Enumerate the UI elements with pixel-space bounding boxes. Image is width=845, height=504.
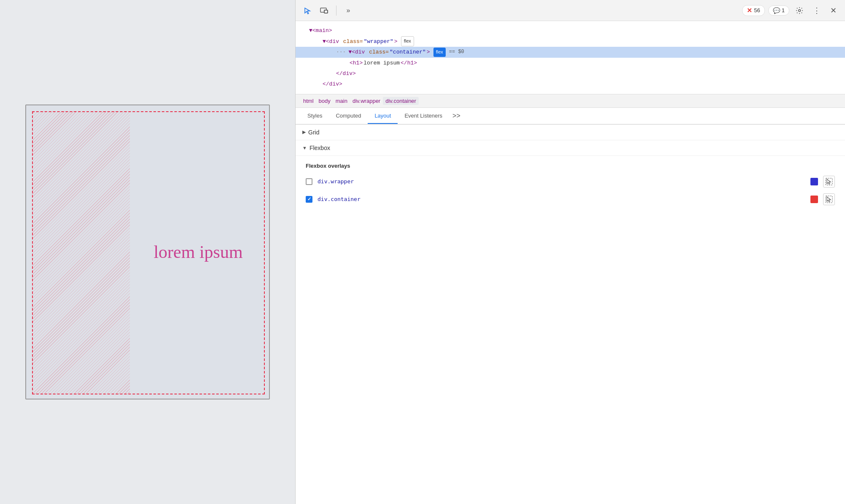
breadcrumb-html[interactable]: html xyxy=(301,97,316,105)
flexbox-section-header[interactable]: ▼ Flexbox xyxy=(296,140,845,156)
dom-tree: ▼<main> ▼<div class= "wrapper" > flex ··… xyxy=(296,21,845,94)
container-cursor-icon xyxy=(825,196,833,203)
tab-event-listeners[interactable]: Event Listeners xyxy=(398,108,449,124)
devtools-panel: » ✕ 56 💬 1 ⋮ ✕ ▼<main> xyxy=(295,0,845,504)
dom-line-h1[interactable]: <h1> lorem ipsum </h1> xyxy=(296,58,845,68)
dom-tag-wrapper-open: ▼<div xyxy=(323,37,339,46)
tabs-more-button[interactable]: >> xyxy=(449,108,464,124)
breadcrumb-divcontainer[interactable]: div.container xyxy=(383,97,419,105)
tabs-bar: Styles Computed Layout Event Listeners >… xyxy=(296,108,845,125)
dom-attr-container-class: class= xyxy=(366,47,389,57)
dom-close-div1: </div> xyxy=(336,69,356,78)
devtools-toolbar: » ✕ 56 💬 1 ⋮ ✕ xyxy=(296,0,845,21)
svg-rect-1 xyxy=(324,10,328,13)
responsive-icon xyxy=(320,6,328,15)
devtools-content: ▶ Grid ▼ Flexbox Flexbox overlays div.wr… xyxy=(296,125,845,504)
breadcrumb-body[interactable]: body xyxy=(316,97,333,105)
error-icon: ✕ xyxy=(747,7,752,14)
dom-tag-main: ▼<main> xyxy=(309,26,332,35)
settings-button[interactable] xyxy=(793,4,806,17)
grid-section-title: Grid xyxy=(308,129,319,136)
overlay-row-wrapper: div.wrapper xyxy=(306,176,835,188)
breadcrumb-divwrapper[interactable]: div.wrapper xyxy=(350,97,383,105)
container-checkbox[interactable] xyxy=(306,196,312,203)
overlay-row-container: div.container xyxy=(306,193,835,205)
dollar-zero-label: == $0 xyxy=(449,48,464,57)
flexbox-arrow-icon: ▼ xyxy=(302,145,307,150)
grid-arrow-icon: ▶ xyxy=(302,129,306,135)
dom-line-div-close1[interactable]: </div> xyxy=(296,68,845,79)
grid-section-header[interactable]: ▶ Grid xyxy=(296,125,845,140)
close-button[interactable]: ✕ xyxy=(826,4,840,17)
dom-attr-container-value: "container" xyxy=(390,47,426,57)
breadcrumb-main[interactable]: main xyxy=(333,97,350,105)
dom-close-div2: </div> xyxy=(323,79,342,89)
error-badge[interactable]: ✕ 56 xyxy=(742,5,764,16)
dom-line-main[interactable]: ▼<main> xyxy=(296,25,845,36)
container-highlight-btn[interactable] xyxy=(823,193,835,205)
flexbox-section-title: Flexbox xyxy=(309,145,330,151)
toolbar-separator-1 xyxy=(336,5,336,16)
container-label: div.container xyxy=(318,196,805,202)
chevron-right-icon: » xyxy=(347,7,350,14)
browser-viewport: lorem ipsum xyxy=(25,105,270,399)
responsive-button[interactable] xyxy=(318,4,331,17)
ellipsis-icon: ⋮ xyxy=(813,6,820,15)
wrapper-cursor-icon xyxy=(825,178,833,185)
gear-icon xyxy=(796,7,803,14)
dom-tag-container-open: ▼<div xyxy=(348,47,365,57)
inspect-button[interactable] xyxy=(301,4,314,17)
preview-text: lorem ipsum xyxy=(136,242,261,262)
svg-point-3 xyxy=(799,9,801,11)
dom-line-wrapper[interactable]: ▼<div class= "wrapper" > flex xyxy=(296,36,845,47)
dom-ellipsis: ··· xyxy=(336,47,346,57)
flexbox-overlays-label: Flexbox overlays xyxy=(306,163,835,169)
dom-tag-h1: <h1> xyxy=(350,58,363,68)
container-color-swatch[interactable] xyxy=(810,196,818,203)
dom-tag-wrapper-close: > xyxy=(394,37,398,46)
wrapper-color-swatch[interactable] xyxy=(810,178,818,185)
error-count: 56 xyxy=(754,7,760,13)
breadcrumb-bar: html body main div.wrapper div.container xyxy=(296,94,845,108)
message-icon: 💬 xyxy=(773,7,780,14)
dom-line-div-close2[interactable]: </div> xyxy=(296,79,845,89)
customize-button[interactable]: ⋮ xyxy=(810,4,823,17)
message-badge[interactable]: 💬 1 xyxy=(768,5,789,16)
dom-tag-container-gt: > xyxy=(427,47,430,57)
tab-layout[interactable]: Layout xyxy=(368,108,398,124)
inspect-icon xyxy=(303,6,312,15)
preview-panel: lorem ipsum xyxy=(0,0,295,504)
flex-badge-wrapper: flex xyxy=(401,36,414,46)
more-tools-button[interactable]: » xyxy=(342,4,355,17)
dom-h1-text: lorem ipsum xyxy=(363,58,400,68)
dom-attr-wrapper-value: "wrapper" xyxy=(364,37,393,46)
tab-computed[interactable]: Computed xyxy=(329,108,368,124)
tab-styles[interactable]: Styles xyxy=(301,108,329,124)
dom-tag-h1-close: </h1> xyxy=(401,58,417,68)
wrapper-checkbox[interactable] xyxy=(306,178,312,185)
dom-attr-class: class= xyxy=(340,37,363,46)
flex-badge-container: flex xyxy=(433,48,446,57)
flexbox-content: Flexbox overlays div.wrapper div.contain… xyxy=(296,156,845,218)
dom-line-container[interactable]: ··· ▼<div class= "container" > flex == $… xyxy=(296,47,845,57)
wrapper-highlight-btn[interactable] xyxy=(823,176,835,188)
close-icon: ✕ xyxy=(830,6,837,15)
message-count: 1 xyxy=(782,7,785,13)
wrapper-label: div.wrapper xyxy=(318,178,805,185)
